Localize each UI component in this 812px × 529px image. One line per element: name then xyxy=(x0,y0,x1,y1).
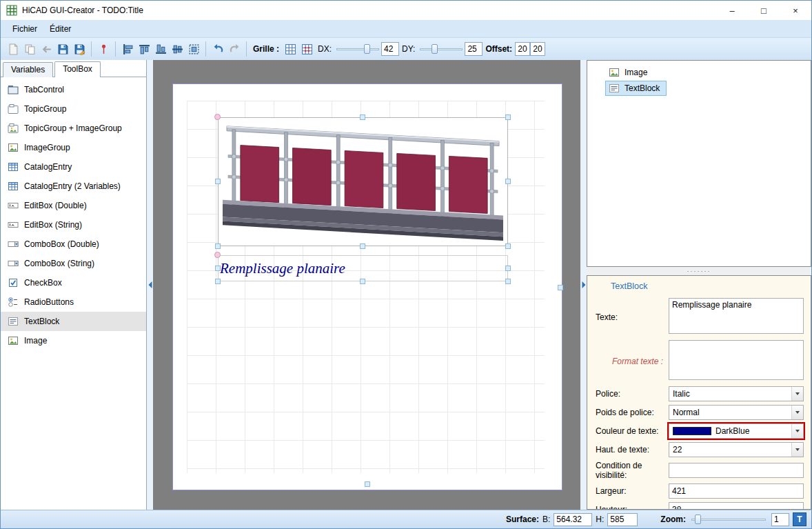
condition-visibilite-input[interactable] xyxy=(669,463,804,478)
dx-slider[interactable] xyxy=(336,43,379,55)
texte-input[interactable]: Remplissage planaire xyxy=(669,298,804,334)
toolbox-item-radiobuttons[interactable]: RadioButtons xyxy=(1,292,146,312)
format-texte-input[interactable] xyxy=(669,340,804,380)
align-grid-button[interactable] xyxy=(185,41,202,57)
surface-h-input[interactable] xyxy=(607,513,638,526)
toolbox-item-label: Image xyxy=(24,336,47,346)
menu-fichier[interactable]: Fichier xyxy=(6,21,43,37)
dx-slider-thumb[interactable] xyxy=(364,44,370,54)
hauteur-input[interactable] xyxy=(669,502,804,510)
menu-editer[interactable]: Éditer xyxy=(43,21,77,37)
largeur-input[interactable] xyxy=(669,483,804,499)
text-block-text: Remplissage planaire xyxy=(219,260,345,277)
offset-x-input[interactable] xyxy=(515,42,530,56)
text-handle-top-left[interactable] xyxy=(214,252,221,258)
image-handle-top-center[interactable] xyxy=(360,114,365,120)
zoom-slider[interactable] xyxy=(691,513,766,526)
align-left-button[interactable] xyxy=(119,41,136,57)
tree-item-textblock[interactable]: TextBlock xyxy=(605,81,667,96)
align-top-icon xyxy=(139,43,150,55)
imagegroup-icon xyxy=(8,142,19,153)
minimize-button[interactable]: – xyxy=(716,1,748,20)
combobox-double-icon xyxy=(8,239,19,250)
save-as-button[interactable] xyxy=(71,41,88,57)
image-handle-mid-right[interactable] xyxy=(505,179,511,184)
copy-button[interactable] xyxy=(21,41,38,57)
tab-toolbox[interactable]: ToolBox xyxy=(54,61,101,77)
toolbox-item-textblock[interactable]: TextBlock xyxy=(1,312,146,331)
dy-slider-thumb[interactable] xyxy=(432,44,438,54)
toolbox-item-topicgroup-imagegroup[interactable]: TopicGroup + ImageGroup xyxy=(1,119,146,138)
toolbox-item-imagegroup[interactable]: ImageGroup xyxy=(1,138,146,157)
tree-item-image[interactable]: Image xyxy=(605,65,654,80)
align-top-button[interactable] xyxy=(136,41,152,57)
catalogentry-icon xyxy=(8,161,19,172)
dy-input[interactable] xyxy=(465,42,483,56)
save-button[interactable] xyxy=(54,41,71,57)
toolbox-item-catalogentry[interactable]: CatalogEntry xyxy=(1,157,146,177)
close-icon: × xyxy=(793,6,798,16)
grid-snap-button[interactable] xyxy=(298,41,315,57)
text-handle-bottom-center[interactable] xyxy=(360,279,365,284)
undo-button[interactable] xyxy=(210,41,226,57)
toolbox-item-checkbox[interactable]: CheckBox xyxy=(1,273,146,292)
surface-b-input[interactable] xyxy=(554,513,592,526)
toolbox-item-editbox-double[interactable]: EditBox (Double) xyxy=(1,196,146,215)
dx-input[interactable] xyxy=(381,42,399,56)
chevron-down-icon xyxy=(791,406,803,419)
image-handle-bottom-right[interactable] xyxy=(505,243,511,249)
toolbox-item-catalogentry-2[interactable]: CatalogEntry (2 Variables) xyxy=(1,177,146,196)
grid-toggle-button[interactable] xyxy=(282,41,298,57)
image-handle-mid-left[interactable] xyxy=(215,179,221,184)
toolbox-item-image[interactable]: Image xyxy=(1,331,146,350)
zoom-input[interactable] xyxy=(771,513,789,526)
image-handle-top-left[interactable] xyxy=(214,114,221,120)
image-handle-top-right[interactable] xyxy=(505,114,511,120)
couleur-texte-select[interactable]: DarkBlue xyxy=(669,423,804,439)
dy-slider[interactable] xyxy=(420,43,463,55)
text-handle-bottom-left[interactable] xyxy=(215,279,221,284)
maximize-button[interactable]: □ xyxy=(748,1,780,20)
toolbox-item-combobox-double[interactable]: ComboBox (Double) xyxy=(1,234,146,254)
topicgroup-icon xyxy=(8,103,19,114)
image-block[interactable] xyxy=(218,117,508,246)
poids-police-select[interactable]: Normal xyxy=(669,405,804,420)
image-handle-bottom-left[interactable] xyxy=(215,243,221,249)
tab-variables[interactable]: Variables xyxy=(3,62,53,77)
police-select[interactable]: Italic xyxy=(669,386,804,401)
offset-y-input[interactable] xyxy=(530,42,545,56)
zoom-slider-thumb[interactable] xyxy=(695,515,701,524)
back-button[interactable] xyxy=(38,41,54,57)
text-handle-mid-left[interactable] xyxy=(215,266,221,271)
align-middle-button[interactable] xyxy=(169,41,185,57)
redo-button[interactable] xyxy=(226,41,243,57)
design-canvas[interactable]: Remplissage planaire xyxy=(153,60,580,510)
align-bottom-button[interactable] xyxy=(152,41,169,57)
new-button[interactable] xyxy=(5,41,21,57)
haut-texte-select[interactable]: 22 xyxy=(669,442,804,457)
image-handle-bottom-center[interactable] xyxy=(360,243,365,249)
container-handle-bottom-center[interactable] xyxy=(365,481,370,487)
text-block[interactable]: Remplissage planaire xyxy=(218,255,508,281)
toolbox-list: TabControl TopicGroup TopicGroup + Image… xyxy=(1,77,146,510)
text-handle-mid-right[interactable] xyxy=(505,266,511,271)
toolbar-separator xyxy=(91,41,92,57)
element-tree: Image TextBlock xyxy=(587,60,811,267)
pin-button[interactable] xyxy=(95,41,112,57)
design-page[interactable]: Remplissage planaire xyxy=(172,83,562,490)
container-handle-mid-right[interactable] xyxy=(558,285,563,290)
toolbox-item-editbox-string[interactable]: EditBox (String) xyxy=(1,215,146,234)
format-texte-label: Format texte : xyxy=(596,357,669,366)
toolbox-item-label: ImageGroup xyxy=(24,143,70,152)
toolbox-item-label: RadioButtons xyxy=(24,297,74,307)
close-button[interactable]: × xyxy=(780,1,811,20)
t-toggle-button[interactable]: T xyxy=(793,512,806,526)
align-bottom-icon xyxy=(155,43,167,55)
toolbox-item-combobox-string[interactable]: ComboBox (String) xyxy=(1,254,146,273)
horizontal-splitter[interactable]: ······· xyxy=(587,267,811,275)
toolbox-item-topicgroup[interactable]: TopicGroup xyxy=(1,99,146,119)
text-handle-bottom-right[interactable] xyxy=(505,279,511,284)
toolbox-item-tabcontrol[interactable]: TabControl xyxy=(1,80,146,99)
left-splitter[interactable] xyxy=(147,60,153,510)
right-splitter[interactable] xyxy=(580,60,587,510)
